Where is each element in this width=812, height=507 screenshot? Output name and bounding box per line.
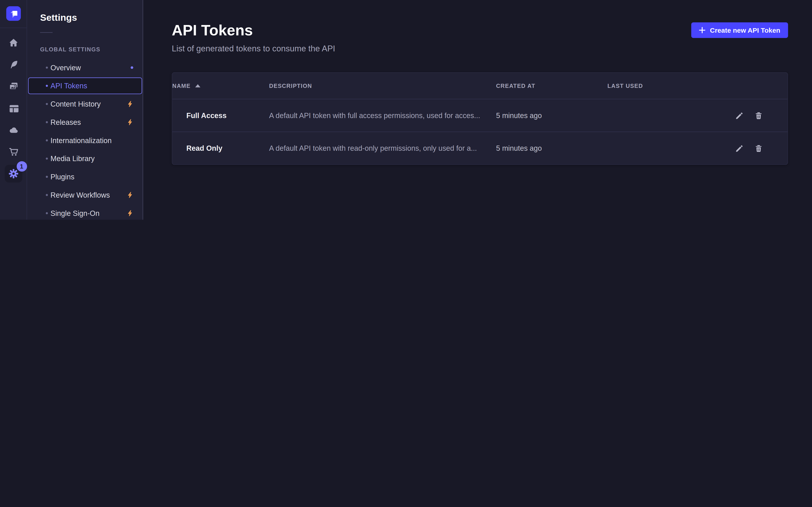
notification-dot-icon	[131, 66, 133, 69]
settings-gear-icon[interactable]: 1	[4, 165, 22, 182]
subnav-item[interactable]: Media Library	[28, 150, 142, 167]
main-nav-rail: 1 KD	[0, 0, 27, 220]
subnav-item-label: API Tokens	[51, 81, 87, 90]
column-header[interactable]: DESCRIPTION	[269, 83, 496, 89]
cloud-glyph	[8, 125, 18, 135]
settings-subnav: Settings GLOBAL SETTINGS Overview API To	[27, 0, 143, 220]
trash-icon	[754, 144, 763, 153]
app-window: 1 KD Settings GLOBAL SETTINGS Overview	[0, 0, 812, 220]
subnav-item-label: Releases	[51, 118, 81, 126]
token-created-at: 5 minutes ago	[496, 144, 607, 152]
subnav-item-label: Plugins	[51, 173, 74, 181]
create-api-token-button[interactable]: Create new API Token	[691, 22, 788, 38]
subnav-item[interactable]: Review Workflows	[28, 186, 142, 203]
home-icon[interactable]	[4, 34, 22, 51]
images-glyph	[8, 81, 18, 92]
subnav-item[interactable]: Plugins	[28, 169, 142, 185]
edit-token-button[interactable]	[734, 143, 744, 154]
rail-icon-list: 1	[0, 32, 27, 184]
column-header[interactable]: CREATED AT	[496, 83, 607, 89]
lightning-icon	[126, 210, 134, 217]
subnav-item[interactable]: Overview	[28, 59, 142, 76]
token-name: Read Only	[172, 144, 269, 152]
lightning-icon	[126, 100, 134, 108]
edit-token-button[interactable]	[734, 110, 744, 121]
layout-glyph	[8, 103, 18, 113]
subnav-item[interactable]: Single Sign-On	[28, 205, 142, 220]
column-header-label: LAST USED	[607, 83, 643, 89]
strapi-logo[interactable]	[6, 6, 21, 21]
pencil-icon	[734, 144, 744, 153]
strapi-logo-icon	[6, 6, 21, 21]
subnav-item[interactable]: Internationalization	[28, 132, 142, 149]
column-header[interactable]: LAST USED	[607, 83, 719, 89]
plus-icon	[699, 27, 705, 33]
subnav-item[interactable]: API Tokens	[28, 77, 142, 94]
token-description: A default API token with read-only permi…	[269, 144, 496, 152]
nav-list: Overview API Tokens	[27, 59, 143, 220]
create-api-token-label: Create new API Token	[710, 26, 780, 34]
content-manager-feather-icon[interactable]	[4, 56, 22, 73]
column-header-label: CREATED AT	[496, 83, 535, 89]
lightning-icon	[126, 191, 134, 199]
column-header-label: DESCRIPTION	[269, 83, 312, 89]
subnav-item-label: Media Library	[51, 154, 95, 163]
cart-glyph	[8, 147, 18, 157]
subnav-item-label: Internationalization	[51, 136, 112, 145]
rail-divider	[0, 27, 27, 28]
page-header: API Tokens Create new API Token	[172, 21, 788, 40]
row-actions	[719, 143, 788, 154]
api-tokens-table: NAME DESCRIPTION CREATED AT LAST	[172, 72, 788, 165]
settings-notification-badge: 1	[16, 161, 27, 171]
delete-token-button[interactable]	[753, 110, 763, 121]
subnav-item-label: Content History	[51, 100, 101, 108]
content-type-builder-layout-icon[interactable]	[4, 99, 22, 117]
section-label: GLOBAL SETTINGS	[27, 46, 143, 53]
token-description: A default API token with full access per…	[269, 111, 496, 120]
table-row[interactable]: Full Access A default API token with ful…	[172, 99, 788, 131]
page-subtitle: List of generated tokens to consume the …	[172, 44, 788, 54]
gear-glyph	[7, 168, 19, 179]
subnav-item-label: Single Sign-On	[51, 209, 99, 217]
media-library-images-icon[interactable]	[4, 77, 22, 95]
marketplace-cart-icon[interactable]	[4, 143, 22, 161]
main-content: API Tokens Create new API Token List of …	[144, 0, 812, 220]
token-name: Full Access	[172, 111, 269, 120]
token-created-at: 5 minutes ago	[496, 111, 607, 120]
column-header[interactable]: NAME	[172, 83, 269, 89]
subnav-title: Settings	[27, 11, 143, 24]
subnav-item-label: Overview	[51, 64, 81, 72]
table-body: Full Access A default API token with ful…	[172, 99, 788, 164]
section-global-settings: GLOBAL SETTINGS Overview API Tokens	[27, 46, 143, 220]
subnav-item[interactable]: Releases	[28, 114, 142, 130]
table-header-row: NAME DESCRIPTION CREATED AT LAST	[172, 73, 788, 99]
subnav-item-label: Review Workflows	[51, 191, 110, 199]
column-header-label: NAME	[172, 83, 191, 89]
page-title: API Tokens	[172, 21, 253, 40]
trash-icon	[754, 111, 763, 120]
pencil-icon	[734, 111, 744, 120]
feather-glyph	[8, 59, 18, 70]
row-actions	[719, 110, 788, 121]
home-glyph	[8, 38, 18, 48]
lightning-icon	[126, 118, 134, 126]
sort-ascending-icon	[195, 84, 200, 88]
cloud-icon[interactable]	[4, 121, 22, 139]
table-row[interactable]: Read Only A default API token with read-…	[172, 131, 788, 164]
delete-token-button[interactable]	[753, 143, 763, 154]
subnav-item[interactable]: Content History	[28, 96, 142, 112]
subnav-divider	[40, 32, 53, 33]
